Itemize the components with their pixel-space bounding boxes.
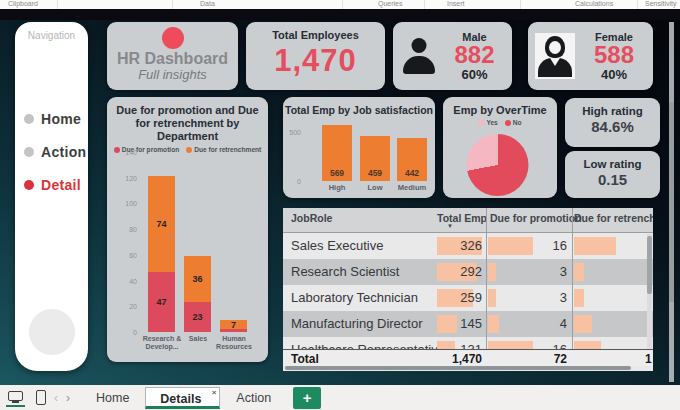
mobile-view-icon[interactable] [36,390,46,405]
stacked-bar-3[interactable]: 7 [220,320,247,332]
ribbon-separator [57,0,58,9]
sidebar-item-home[interactable]: Home [15,102,88,135]
next-tab-arrow-icon[interactable]: › [66,391,70,405]
male-icon [401,36,437,76]
databar-retrenchment [574,289,584,307]
total-emp-sum: 1,470 [437,352,482,366]
nav-bullet-icon [24,180,34,190]
ribbon-group-queries[interactable]: Queries [378,0,403,7]
col-due-retrenchment[interactable]: Due for retrenchm [574,212,653,224]
table-header: JobRole Total Emp ▼ Due for promotion Du… [283,208,653,233]
add-page-button[interactable]: + [293,387,321,409]
male-percent: 60% [437,67,512,82]
satisfaction-bar-medium[interactable]: 442 [397,138,427,181]
female-icon [535,33,575,79]
title-bar [0,9,680,20]
table-horizontal-scrollbar[interactable] [285,366,631,370]
promotion-retrenchment-chart[interactable]: Due for promotion and Due for retrenchme… [107,97,268,362]
bar-segment: 74 [148,176,175,271]
jobrole-table[interactable]: JobRole Total Emp ▼ Due for promotion Du… [283,208,653,371]
table-row[interactable]: Healthcare Representative13116 [283,337,653,349]
ribbon-group-clipboard[interactable]: Clipboard [8,0,38,7]
sidebar-item-detail[interactable]: Detail [15,168,88,201]
bar-value-label: 442 [397,168,427,178]
cell-jobrole: Research Scientist [291,264,399,279]
table-total-row: Total 1,470 72 1 [283,349,653,366]
col-due-promotion[interactable]: Due for promotion [490,212,582,224]
databar-retrenchment [574,341,601,349]
ribbon-strip: ClipboardDataQueriesInsertCalculationsSe… [0,0,680,9]
ribbon-group-data[interactable]: Data [200,0,215,7]
job-satisfaction-chart[interactable]: Total Emp by Job satisfaction 0500569Hig… [283,97,435,198]
total-retrench-sum-clipped: 1 [645,352,652,366]
satisfaction-bar-low[interactable]: 459 [360,136,390,181]
col-jobrole[interactable]: JobRole [291,212,332,224]
y-tick-label: 0 [133,329,137,336]
table-vertical-scrollbar-thumb[interactable] [647,236,652,294]
cell-total-emp: 259 [437,290,482,305]
databar-retrenchment [574,315,592,333]
chart1-plot-area: 020406080100120140477423367 [141,152,261,332]
ribbon-separator [342,0,343,9]
bar-segment: 47 [148,272,175,332]
close-tab-icon[interactable]: × [212,388,217,397]
low-rating-card: Low rating 0.15 [565,151,660,198]
total-employees-label: Total Employees [246,22,385,41]
bar-value-label: 459 [360,168,390,178]
ribbon-separator [520,0,521,9]
cell-jobrole: Manufacturing Director [291,316,423,331]
sheet-tab-action[interactable]: Action [220,387,287,409]
nav-bullet-icon [24,114,34,124]
stacked-bar-2[interactable]: 2336 [184,256,211,332]
canvas-scrollbar-thumb[interactable] [669,102,674,302]
databar-retrenchment [574,237,616,255]
table-row[interactable]: Sales Executive32616 [283,233,653,259]
cell-jobrole: Sales Executive [291,238,384,253]
column-divider [486,208,487,349]
total-employees-value: 1,470 [246,43,385,79]
overtime-pie [467,134,529,196]
nav-bullet-icon [24,147,34,157]
table-row[interactable]: Laboratory Technician2593 [283,285,653,311]
overtime-pie-chart[interactable]: Emp by OverTime YesNo [443,97,557,198]
total-employees-card: Total Employees 1,470 [246,22,385,90]
bar-segment: 36 [184,256,211,302]
female-value: 588 [575,43,653,67]
cell-due-promotion: 3 [488,290,567,305]
satisfaction-bar-high[interactable]: 569 [322,125,352,181]
stacked-bar-1[interactable]: 4774 [148,176,175,332]
y-tick-label: 100 [125,200,137,207]
ribbon-group-sensitivity[interactable]: Sensitivity [645,0,677,7]
nav-item-label: Action [41,144,86,160]
ribbon-group-insert[interactable]: Insert [447,0,465,7]
sheet-tab-home[interactable]: Home [80,387,145,409]
y-tick-label: 60 [129,251,137,258]
dashboard-subtitle: Full insights [107,67,238,82]
chart3-legend: YesNo [443,119,557,126]
high-rating-card: High rating 84.6% [565,98,660,147]
total-promo-sum: 72 [488,352,567,366]
sheet-tab-details[interactable]: Details× [145,387,220,409]
high-rating-label: High rating [565,98,660,117]
dashboard-title: HR Dashboard [107,50,238,67]
sidebar-item-action[interactable]: Action [15,135,88,168]
sheet-tab-bar: ‹ › HomeDetails×Action + [0,385,680,410]
databar-retrenchment [574,263,584,281]
bar-value-label: 569 [322,168,352,178]
chart2-title: Total Emp by Job satisfaction [283,97,435,116]
high-rating-value: 84.6% [565,118,660,135]
desktop-view-icon[interactable] [7,390,24,406]
bar-segment: 23 [184,302,211,332]
bar-segment: 7 [220,320,247,329]
bar-segment [220,329,247,332]
navigation-panel: Navigation HomeActionDetail [15,22,88,371]
table-row[interactable]: Research Scientist2923 [283,259,653,285]
male-value: 882 [437,43,512,67]
table-row[interactable]: Manufacturing Director1454 [283,311,653,337]
col-total-emp[interactable]: Total Emp [437,212,487,224]
nav-decorative-circle [29,309,75,355]
y-tick-label: 140 [125,149,137,156]
cell-total-emp: 292 [437,264,482,279]
prev-tab-arrow-icon[interactable]: ‹ [54,391,58,405]
ribbon-group-calculations[interactable]: Calculations [575,0,613,7]
